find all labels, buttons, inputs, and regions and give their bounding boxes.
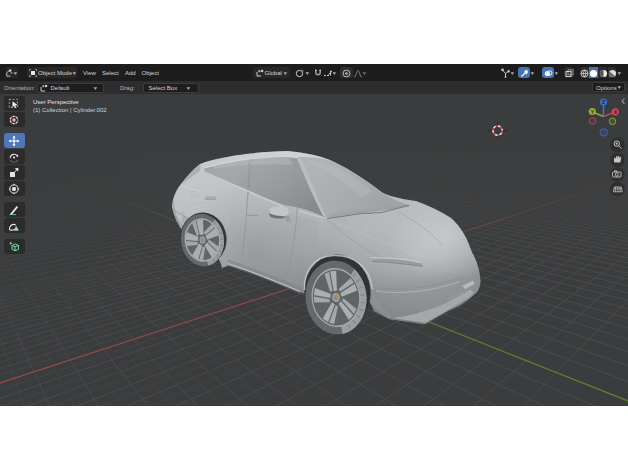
svg-text:Z: Z xyxy=(602,99,605,105)
